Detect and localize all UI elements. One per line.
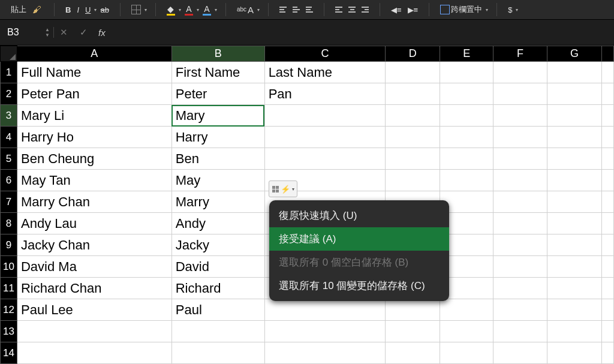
cell[interactable] xyxy=(440,83,493,105)
cell[interactable]: Peter xyxy=(171,83,264,105)
cell[interactable]: Paul xyxy=(171,299,264,321)
cell[interactable] xyxy=(386,342,440,364)
cell[interactable]: Andy Lau xyxy=(17,213,171,234)
cell[interactable] xyxy=(264,105,386,127)
chevron-down-icon[interactable]: ▾ xyxy=(179,7,181,13)
cell[interactable]: Richard xyxy=(171,278,264,299)
cell[interactable] xyxy=(264,342,386,364)
cell[interactable] xyxy=(547,256,602,278)
align-middle-button[interactable] xyxy=(290,5,302,14)
cell[interactable] xyxy=(264,299,386,321)
cell[interactable] xyxy=(601,83,613,105)
chevron-down-icon[interactable]: ▾ xyxy=(516,7,518,13)
cell[interactable] xyxy=(386,321,440,342)
cell[interactable]: Paul Lee xyxy=(17,299,171,321)
cell[interactable]: Jacky xyxy=(171,234,264,256)
font-color-button[interactable]: A xyxy=(182,2,195,17)
cell[interactable] xyxy=(601,299,613,321)
cell[interactable]: Richard Chan xyxy=(17,278,171,299)
row-header[interactable]: 1 xyxy=(1,62,17,83)
align-top-button[interactable] xyxy=(277,5,289,14)
cell[interactable] xyxy=(493,83,547,105)
phonetic-button[interactable]: abcA xyxy=(234,3,256,17)
cell[interactable] xyxy=(17,321,171,342)
cell[interactable] xyxy=(601,62,613,83)
cell[interactable]: David Ma xyxy=(17,256,171,278)
cell[interactable] xyxy=(440,62,493,83)
cell[interactable] xyxy=(493,234,547,256)
cell[interactable] xyxy=(493,105,547,127)
bold-button[interactable]: B xyxy=(63,4,73,16)
cell[interactable] xyxy=(264,321,386,342)
row-header[interactable]: 7 xyxy=(1,191,17,213)
cell[interactable] xyxy=(17,342,171,364)
cell[interactable] xyxy=(386,83,440,105)
chevron-down-icon[interactable]: ▾ xyxy=(257,7,260,13)
row-header[interactable]: 13 xyxy=(1,321,17,342)
cell[interactable] xyxy=(493,127,547,148)
cell[interactable] xyxy=(601,148,613,170)
cell[interactable] xyxy=(493,321,547,342)
cell[interactable] xyxy=(547,213,602,234)
cell[interactable]: May Tan xyxy=(17,170,171,191)
cell[interactable] xyxy=(547,278,602,299)
up-icon[interactable]: ▲ xyxy=(45,27,50,32)
cell[interactable] xyxy=(547,321,602,342)
cell[interactable] xyxy=(547,170,602,191)
cell[interactable] xyxy=(601,278,613,299)
align-bottom-button[interactable] xyxy=(303,5,315,14)
align-right-button[interactable] xyxy=(359,5,371,14)
align-left-button[interactable] xyxy=(333,5,345,14)
cell[interactable] xyxy=(386,105,440,127)
cell[interactable]: Harry Ho xyxy=(17,127,171,148)
cell[interactable]: Harry xyxy=(171,127,264,148)
cell[interactable] xyxy=(264,127,386,148)
decrease-indent-button[interactable]: ◀≡ xyxy=(389,4,404,16)
cell[interactable] xyxy=(601,256,613,278)
cell[interactable] xyxy=(386,299,440,321)
name-box[interactable]: B3 ▲▼ xyxy=(0,27,54,38)
row-header[interactable]: 6 xyxy=(1,170,17,191)
row-header[interactable]: 11 xyxy=(1,278,17,299)
cell[interactable]: First Name xyxy=(171,62,264,83)
cell[interactable] xyxy=(440,170,493,191)
cell[interactable]: Jacky Chan xyxy=(17,234,171,256)
cell[interactable] xyxy=(601,127,613,148)
cell[interactable] xyxy=(493,148,547,170)
row-header[interactable]: 10 xyxy=(1,256,17,278)
cell[interactable] xyxy=(440,127,493,148)
column-header[interactable]: A xyxy=(17,46,171,62)
chevron-down-icon[interactable]: ▾ xyxy=(94,7,97,13)
currency-button[interactable]: $ xyxy=(505,4,514,16)
cell[interactable] xyxy=(171,321,264,342)
menu-undo-flashfill[interactable]: 復原快速填入 (U) xyxy=(269,204,449,227)
cell[interactable] xyxy=(386,170,440,191)
fill-color-button[interactable]: ◆ xyxy=(164,2,177,17)
cell[interactable] xyxy=(547,62,602,83)
column-header[interactable]: B xyxy=(171,46,264,62)
row-header[interactable]: 9 xyxy=(1,234,17,256)
cell[interactable]: Mary Li xyxy=(17,105,171,127)
cell[interactable] xyxy=(601,170,613,191)
down-icon[interactable]: ▼ xyxy=(45,32,50,38)
cell[interactable] xyxy=(440,299,493,321)
cell[interactable]: Marry Chan xyxy=(17,191,171,213)
borders-button[interactable] xyxy=(129,3,143,16)
cell[interactable] xyxy=(386,62,440,83)
cell[interactable]: Full Name xyxy=(17,62,171,83)
flash-fill-smart-tag[interactable]: ⚡ ▾ xyxy=(269,181,297,197)
select-all-corner[interactable] xyxy=(1,46,17,62)
cell[interactable] xyxy=(440,321,493,342)
column-header[interactable]: G xyxy=(547,46,602,62)
cell[interactable]: Ben xyxy=(171,148,264,170)
cell[interactable] xyxy=(493,299,547,321)
cell[interactable] xyxy=(547,342,602,364)
row-header[interactable]: 14 xyxy=(1,342,17,364)
chevron-down-icon[interactable]: ▾ xyxy=(197,7,199,13)
menu-accept-suggestions[interactable]: 接受建議 (A) xyxy=(269,227,449,251)
cell[interactable] xyxy=(493,256,547,278)
cell[interactable]: Last Name xyxy=(264,62,386,83)
format-painter-button[interactable] xyxy=(30,2,46,17)
row-header[interactable]: 8 xyxy=(1,213,17,234)
cell[interactable] xyxy=(264,148,386,170)
